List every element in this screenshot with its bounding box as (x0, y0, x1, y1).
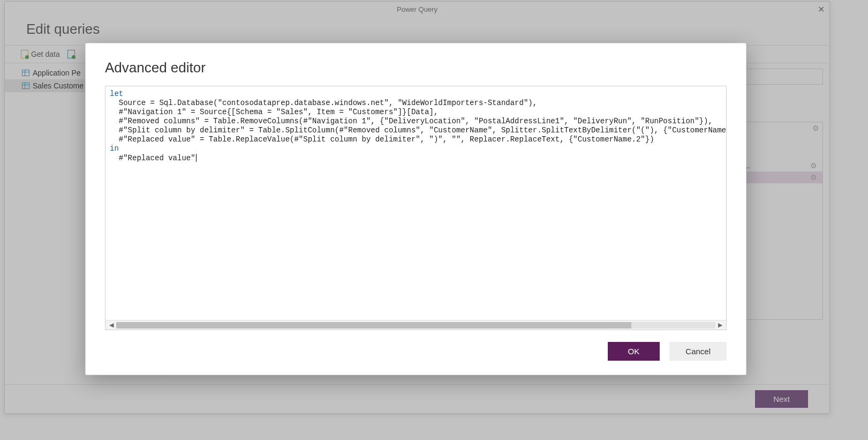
scroll-left-icon[interactable]: ◀ (108, 322, 115, 329)
advanced-editor-dialog: Advanced editor let Source = Sql.Databas… (85, 43, 746, 375)
code-text[interactable]: let Source = Sql.Database("contosodatapr… (110, 90, 726, 163)
code-editor[interactable]: let Source = Sql.Database("contosodatapr… (105, 86, 727, 330)
ok-button[interactable]: OK (608, 342, 660, 361)
horizontal-scrollbar[interactable]: ◀ ▶ (105, 320, 726, 330)
dialog-buttons: OK Cancel (105, 342, 727, 361)
scroll-thumb[interactable] (116, 322, 631, 329)
cancel-button[interactable]: Cancel (669, 342, 727, 361)
dialog-title: Advanced editor (105, 59, 727, 76)
scroll-right-icon[interactable]: ▶ (716, 322, 724, 329)
scroll-track[interactable] (116, 322, 715, 329)
